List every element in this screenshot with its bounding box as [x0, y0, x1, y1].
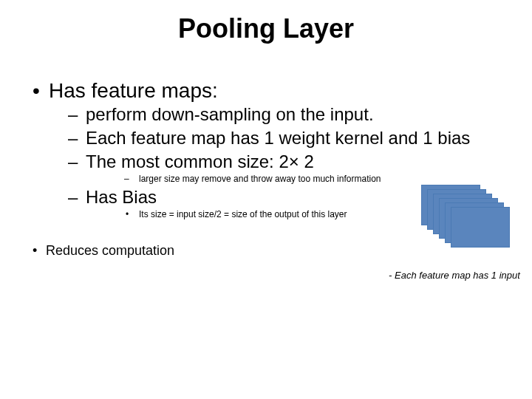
text: The most common size: 2× 2: [86, 151, 314, 171]
bullet-down-sampling: perform down-sampling on the input.: [66, 103, 502, 126]
text: Its size = input size/2 = size of the ou…: [139, 209, 347, 219]
feature-map-stack: [421, 185, 510, 251]
text: Reduces computation: [46, 243, 174, 258]
text: Has Bias: [86, 187, 157, 207]
slide-title: Pooling Layer: [0, 13, 532, 44]
text: Each feature map has 1 weight kernel and…: [86, 128, 470, 148]
bullet-weight-kernel: Each feature map has 1 weight kernel and…: [66, 127, 502, 149]
stack-caption: - Each feature map has 1 input: [384, 270, 525, 282]
text: larger size may remove and throw away to…: [139, 174, 381, 184]
slide: Pooling Layer Has feature maps: perform …: [0, 0, 532, 399]
text: perform down-sampling on the input.: [86, 104, 374, 124]
text: Has feature maps:: [49, 79, 218, 102]
feature-map-rect: [451, 207, 510, 248]
bullet-larger-size: larger size may remove and throw away to…: [121, 173, 502, 185]
bullet-common-size: The most common size: 2× 2 larger size m…: [66, 151, 502, 185]
